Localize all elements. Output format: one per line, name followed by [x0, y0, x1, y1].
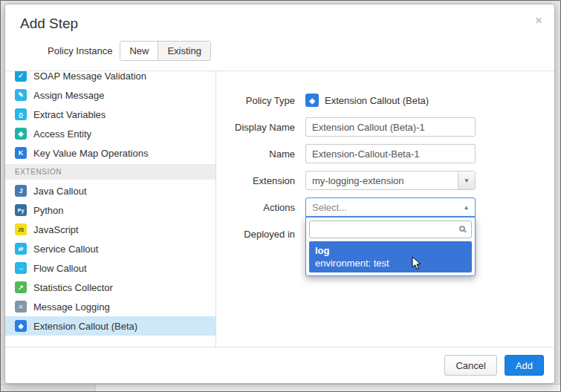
- option-title: log: [315, 244, 466, 257]
- actions-select-value: Select...: [306, 202, 458, 213]
- close-icon[interactable]: ×: [535, 14, 542, 27]
- extension-section-header: EXTENSION: [5, 164, 215, 180]
- deployed-in-label: Deployed in: [221, 229, 295, 240]
- extension-select-value: my-logging-extension: [306, 175, 458, 186]
- sidebar-item-label: Service Callout: [33, 244, 98, 255]
- sidebar-item-label: Access Entity: [33, 128, 91, 140]
- actions-label: Actions: [221, 202, 295, 213]
- policy-instance-new-button[interactable]: New: [120, 42, 158, 60]
- policy-list: SOAP Message Validation Assign Message E…: [5, 71, 215, 336]
- background-page-cell: [95, 385, 560, 391]
- sidebar-item-label: Extension Callout (Beta): [33, 321, 137, 332]
- policy-type-value: Extension Callout (Beta): [305, 94, 429, 107]
- sidebar-item-java-callout[interactable]: Java Callout: [5, 181, 215, 200]
- sidebar-item-label: Message Logging: [33, 301, 110, 313]
- sidebar-item-flow-callout[interactable]: Flow Callout: [5, 258, 215, 278]
- extension-callout-icon: [15, 320, 27, 332]
- display-name-input[interactable]: [305, 117, 476, 137]
- sidebar-item-label: Extract Variables: [33, 109, 106, 120]
- service-callout-icon: [15, 243, 27, 255]
- policy-list-sidebar: SOAP Message Validation Assign Message E…: [5, 71, 216, 347]
- soap-message-validation-icon: [15, 71, 27, 82]
- extract-variables-icon: [15, 108, 27, 120]
- key-value-map-operations-icon: [15, 147, 27, 159]
- sidebar-item-label: SOAP Message Validation: [33, 71, 146, 82]
- extension-label: Extension: [221, 175, 295, 186]
- sidebar-item-label: Assign Message: [33, 90, 104, 101]
- python-icon: [15, 204, 27, 216]
- actions-row: Actions Select... log environment: t: [221, 197, 554, 217]
- name-label: Name: [221, 148, 295, 160]
- display-name-row: Display Name: [221, 117, 554, 137]
- chevron-up-icon: [458, 204, 475, 211]
- statistics-collector-icon: [15, 281, 27, 293]
- sidebar-item-message-logging[interactable]: Message Logging: [5, 297, 215, 316]
- chevron-down-icon: [458, 172, 475, 189]
- extension-callout-icon: [305, 94, 319, 107]
- sidebar-item-assign-message[interactable]: Assign Message: [5, 85, 215, 105]
- extension-select[interactable]: my-logging-extension: [305, 171, 476, 190]
- option-subtitle: environment: test: [315, 257, 466, 270]
- sidebar-item-soap-message-validation[interactable]: SOAP Message Validation: [5, 71, 215, 85]
- modal-body: SOAP Message Validation Assign Message E…: [5, 71, 554, 347]
- sidebar-item-python[interactable]: Python: [5, 200, 215, 220]
- extension-row: Extension my-logging-extension: [221, 171, 554, 190]
- sidebar-item-label: Statistics Collector: [33, 282, 113, 293]
- sidebar-item-service-callout[interactable]: Service Callout: [5, 239, 215, 258]
- sidebar-item-extract-variables[interactable]: Extract Variables: [5, 105, 215, 124]
- access-entity-icon: [15, 128, 27, 140]
- actions-dropdown-panel: log environment: test: [305, 217, 476, 276]
- actions-dropdown-wrap: Select... log environment: test: [305, 197, 476, 217]
- add-step-modal: Add Step × Policy Instance New Existing …: [4, 4, 555, 384]
- policy-type-row: Policy Type Extension Callout (Beta): [221, 91, 554, 110]
- dropdown-search-wrap: [309, 220, 472, 238]
- sidebar-item-access-entity[interactable]: Access Entity: [5, 124, 215, 143]
- sidebar-item-javascript[interactable]: JavaScript: [5, 220, 215, 239]
- sidebar-item-label: JavaScript: [33, 224, 79, 235]
- dropdown-option-log[interactable]: log environment: test: [309, 241, 472, 272]
- policy-form: Policy Type Extension Callout (Beta) Dis…: [216, 71, 554, 347]
- policy-instance-label: Policy Instance: [48, 45, 112, 56]
- search-icon: [459, 226, 465, 232]
- name-input[interactable]: [305, 144, 476, 163]
- policy-instance-existing-button[interactable]: Existing: [158, 42, 210, 60]
- javascript-icon: [15, 223, 27, 235]
- java-callout-icon: [15, 185, 27, 197]
- sidebar-item-label: Java Callout: [33, 186, 87, 197]
- modal-header: Add Step ×: [5, 4, 554, 41]
- sidebar-item-label: Flow Callout: [33, 263, 87, 274]
- sidebar-item-statistics-collector[interactable]: Statistics Collector: [5, 278, 215, 297]
- actions-select[interactable]: Select...: [305, 197, 476, 217]
- sidebar-item-key-value-map-operations[interactable]: Key Value Map Operations: [5, 143, 215, 163]
- display-name-label: Display Name: [221, 122, 295, 133]
- assign-message-icon: [15, 89, 27, 101]
- message-logging-icon: [15, 301, 27, 313]
- sidebar-item-extension-callout-beta[interactable]: Extension Callout (Beta): [5, 316, 215, 336]
- modal-footer: Cancel Add: [5, 347, 554, 383]
- flow-callout-icon: [15, 262, 27, 274]
- policy-type-text: Extension Callout (Beta): [325, 95, 429, 106]
- modal-title: Add Step: [20, 16, 539, 32]
- dropdown-search-input[interactable]: [309, 220, 472, 238]
- cancel-button[interactable]: Cancel: [444, 355, 496, 376]
- policy-instance-toggle: New Existing: [120, 41, 211, 61]
- sidebar-item-label: Key Value Map Operations: [33, 148, 148, 159]
- name-row: Name: [221, 144, 554, 163]
- policy-instance-row: Policy Instance New Existing: [5, 41, 554, 71]
- policy-type-label: Policy Type: [221, 95, 295, 106]
- add-button[interactable]: Add: [505, 355, 544, 376]
- sidebar-item-label: Python: [33, 205, 63, 216]
